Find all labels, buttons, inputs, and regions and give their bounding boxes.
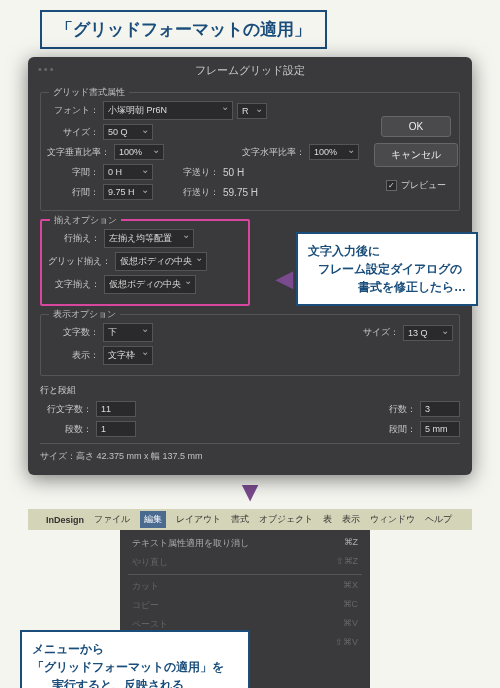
- window-menu[interactable]: ウィンドウ: [370, 513, 415, 526]
- help-menu[interactable]: ヘルプ: [425, 513, 452, 526]
- view-menu[interactable]: 表示: [342, 513, 360, 526]
- file-menu[interactable]: ファイル: [94, 513, 130, 526]
- object-menu[interactable]: オブジェクト: [259, 513, 313, 526]
- char-align-select[interactable]: 仮想ボディの中央: [104, 275, 196, 294]
- edit-menu[interactable]: 編集: [140, 511, 166, 528]
- lines-input[interactable]: 3: [420, 401, 460, 417]
- frame-grid-dialog: フレームグリッド設定 OK キャンセル ✓プレビュー グリッド書式属性 フォント…: [28, 57, 472, 475]
- size-footer: サイズ：高さ 42.375 mm x 幅 137.5 mm: [40, 450, 460, 463]
- table-menu[interactable]: 表: [323, 513, 332, 526]
- kern-select[interactable]: 0 H: [103, 164, 153, 180]
- tracking-value: 50 H: [223, 167, 244, 178]
- leading-value: 59.75 H: [223, 187, 258, 198]
- align-options-section: 揃えオプション 行揃え：左揃え均等配置 グリッド揃え：仮想ボディの中央 文字揃え…: [40, 219, 250, 306]
- gutter-input[interactable]: 5 mm: [420, 421, 460, 437]
- vscale-select[interactable]: 100%: [114, 144, 164, 160]
- chars-select[interactable]: 下: [103, 323, 153, 342]
- grid-align-select[interactable]: 仮想ボディの中央: [115, 252, 207, 271]
- section-title: グリッド書式属性: [49, 86, 129, 99]
- arrow-icon: ◀: [276, 262, 293, 295]
- font-style-select[interactable]: R: [237, 103, 267, 119]
- menu-undo[interactable]: テキスト属性適用を取り消し⌘Z: [120, 534, 370, 553]
- menu-copy: コピー⌘C: [120, 596, 370, 615]
- size-select[interactable]: 50 Q: [103, 124, 153, 140]
- edit-menu-dropdown: テキスト属性適用を取り消し⌘Z やり直し⇧⌘Z カット⌘X コピー⌘C ペースト…: [120, 530, 370, 688]
- cols-input[interactable]: 1: [96, 421, 136, 437]
- tutorial-title: 「グリッドフォーマットの適用」: [40, 10, 327, 49]
- layout-menu[interactable]: レイアウト: [176, 513, 221, 526]
- line-chars-input[interactable]: 11: [96, 401, 136, 417]
- disp-size-select[interactable]: 13 Q: [403, 325, 453, 341]
- line-select[interactable]: 9.75 H: [103, 184, 153, 200]
- callout-1: ◀ 文字入力後に フレーム設定ダイアログの 書式を修正したら…: [296, 232, 478, 306]
- type-menu[interactable]: 書式: [231, 513, 249, 526]
- align-select[interactable]: 左揃え均等配置: [104, 229, 194, 248]
- dialog-title: フレームグリッド設定: [28, 57, 472, 84]
- app-menu[interactable]: InDesign: [46, 515, 84, 525]
- menu-redo: やり直し⇧⌘Z: [120, 553, 370, 572]
- view-select[interactable]: 文字枠: [103, 346, 153, 365]
- arrow-down-icon: ▼: [10, 481, 490, 503]
- menu-cut: カット⌘X: [120, 577, 370, 596]
- hscale-select[interactable]: 100%: [309, 144, 359, 160]
- callout-2: メニューから 「グリッドフォーマットの適用」を 実行すると、反映される: [20, 630, 250, 688]
- font-select[interactable]: 小塚明朝 Pr6N: [103, 101, 233, 120]
- menu-bar: InDesign ファイル 編集 レイアウト 書式 オブジェクト 表 表示 ウィ…: [28, 509, 472, 530]
